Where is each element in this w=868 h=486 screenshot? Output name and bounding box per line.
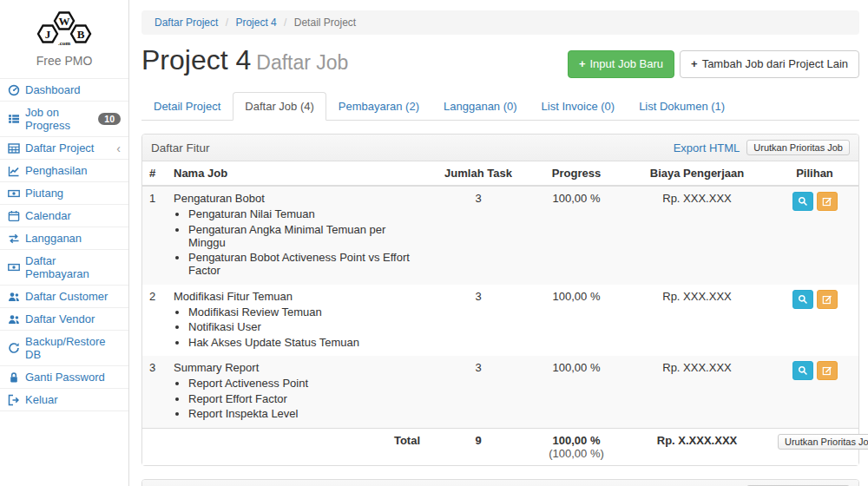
total-progress: 100,00 % (553, 434, 601, 447)
breadcrumb-separator: / (279, 16, 291, 29)
table-row: 1 Pengaturan Bobot Pengaturan Nilai Temu… (142, 186, 858, 285)
calendar-icon (8, 210, 20, 222)
view-job-button[interactable] (792, 290, 813, 309)
fitur-tambahan-panel: Fitur Tambahan Export HTML Urutkan Prior… (141, 479, 859, 486)
sidebar-item-penghasilan[interactable]: Penghasilan (0, 160, 128, 181)
cost-value: Rp. XXX.XXX (623, 356, 771, 428)
sidebar-item-dashboard[interactable]: Dashboard (0, 79, 128, 101)
page-subtitle: Daftar Job (256, 51, 348, 74)
sidebar-item-ganti-password[interactable]: Ganti Password (0, 366, 128, 388)
search-icon (798, 294, 808, 305)
money-icon (8, 187, 20, 200)
job-name: Summary Report (174, 361, 420, 374)
task-count: 3 (427, 356, 529, 428)
cost-value: Rp. XXX.XXX (623, 285, 771, 357)
export-html-link[interactable]: Export HTML (674, 141, 740, 154)
sign-out-icon (8, 394, 20, 406)
main-content: Daftar Project / Project 4 / Detail Proj… (141, 0, 859, 486)
page-title: Project 4Daftar Job (141, 45, 348, 76)
sidebar-menu: Dashboard Job on Progress 10 Daftar Proj… (0, 78, 128, 411)
dashboard-gauge-icon (8, 84, 20, 96)
view-job-button[interactable] (792, 361, 813, 380)
brand-name: Free PMO (0, 54, 128, 68)
breadcrumb-current: Detail Project (294, 16, 356, 29)
table-total-row: Total 9 100,00 % (100,00 %) Rp. X.XXX.XX… (142, 428, 858, 465)
total-progress-note: (100,00 %) (549, 447, 604, 460)
view-job-button[interactable] (792, 192, 813, 211)
subtask-list: Modifikasi Review Temuan Notifikasi User… (174, 305, 420, 349)
sidebar-item-piutang[interactable]: Piutang (0, 182, 128, 204)
sidebar-item-backup-restore-db[interactable]: Backup/Restore DB (0, 331, 128, 365)
line-chart-icon (8, 165, 20, 177)
tab-detail-project[interactable]: Detail Project (141, 92, 233, 121)
task-count: 3 (427, 186, 529, 285)
sidebar-item-daftar-customer[interactable]: Daftar Customer (0, 286, 128, 307)
users-icon (8, 291, 20, 303)
svg-text:J: J (45, 28, 51, 41)
urutkan-prioritas-job-button[interactable]: Urutkan Prioritas Job (778, 434, 868, 450)
sidebar-item-keluar[interactable]: Keluar (0, 389, 128, 410)
col-progress: Progress (529, 161, 623, 186)
job-name: Modifikasi Fitur Temuan (174, 290, 420, 303)
input-job-baru-button[interactable]: + Input Job Baru (568, 50, 674, 78)
col-jumlah-task: Jumlah Task (427, 161, 529, 186)
tab-list-invoice[interactable]: List Invoice (0) (529, 92, 628, 121)
search-icon (798, 196, 808, 207)
table-icon (8, 142, 20, 154)
lock-icon (8, 371, 20, 384)
daftar-fitur-table: # Nama Job Jumlah Task Progress Biaya Pe… (142, 161, 858, 465)
edit-job-button[interactable] (817, 192, 838, 211)
edit-pencil-icon (822, 294, 832, 305)
job-name: Pengaturan Bobot (174, 192, 420, 205)
search-icon (798, 365, 808, 376)
list-icon (8, 113, 20, 125)
tab-langganan[interactable]: Langganan (0) (431, 92, 529, 121)
table-row: 2 Modifikasi Fitur Temuan Modifikasi Rev… (142, 285, 858, 357)
edit-pencil-icon (822, 196, 832, 207)
panel-title: Daftar Fitur (151, 141, 674, 154)
sidebar-item-daftar-vendor[interactable]: Daftar Vendor (0, 308, 128, 330)
task-count: 3 (427, 285, 529, 357)
money-icon (8, 261, 20, 273)
chevron-left-icon: ‹ (116, 142, 121, 154)
refresh-icon (8, 342, 20, 354)
page-header: Project 4Daftar Job + Input Job Baru + T… (141, 45, 859, 78)
col-no: # (142, 161, 167, 186)
tab-daftar-job[interactable]: Daftar Job (4) (233, 92, 326, 121)
jwb-logo-icon: W J B .com (24, 7, 104, 47)
breadcrumb: Daftar Project / Project 4 / Detail Proj… (141, 10, 859, 35)
col-biaya-pengerjaan: Biaya Pengerjaan (623, 161, 771, 186)
table-header-row: # Nama Job Jumlah Task Progress Biaya Pe… (142, 161, 858, 186)
col-nama-job: Nama Job (167, 161, 427, 186)
edit-job-button[interactable] (817, 361, 838, 380)
subtask-list: Pengaturan Nilai Temuan Pengaturan Angka… (174, 207, 420, 277)
exchange-icon (8, 233, 20, 245)
sidebar-item-daftar-pembayaran[interactable]: Daftar Pembayaran (0, 250, 128, 285)
sidebar-item-calendar[interactable]: Calendar (0, 205, 128, 227)
sidebar-item-langganan[interactable]: Langganan (0, 227, 128, 249)
tab-list-dokumen[interactable]: List Dokumen (1) (627, 92, 737, 121)
sidebar-item-job-on-progress[interactable]: Job on Progress 10 (0, 102, 128, 136)
subtask-list: Report Activeness Point Report Effort Fa… (174, 377, 420, 420)
sidebar-item-daftar-project[interactable]: Daftar Project ‹ (0, 137, 128, 159)
breadcrumb-daftar-project[interactable]: Daftar Project (155, 16, 218, 29)
total-tasks: 9 (427, 428, 529, 465)
progress-value: 100,00 % (529, 356, 623, 428)
tambah-job-dari-project-lain-button[interactable]: + Tambah Job dari Project Lain (680, 50, 859, 78)
breadcrumb-separator: / (221, 16, 233, 29)
edit-pencil-icon (822, 365, 832, 376)
cost-value: Rp. XXX.XXX (623, 186, 771, 285)
urutkan-prioritas-job-button[interactable]: Urutkan Prioritas Job (746, 140, 850, 155)
table-row: 3 Summary Report Report Activeness Point… (142, 356, 858, 428)
svg-text:B: B (77, 28, 85, 41)
total-label: Total (167, 428, 427, 465)
users-icon (8, 313, 20, 325)
plus-icon: + (579, 56, 586, 72)
progress-value: 100,00 % (529, 186, 623, 285)
progress-count-badge: 10 (98, 113, 121, 126)
progress-value: 100,00 % (529, 285, 623, 357)
edit-job-button[interactable] (817, 290, 838, 309)
tab-pembayaran[interactable]: Pembayaran (2) (326, 92, 431, 121)
breadcrumb-project-4[interactable]: Project 4 (235, 16, 276, 29)
svg-text:W: W (59, 15, 70, 28)
